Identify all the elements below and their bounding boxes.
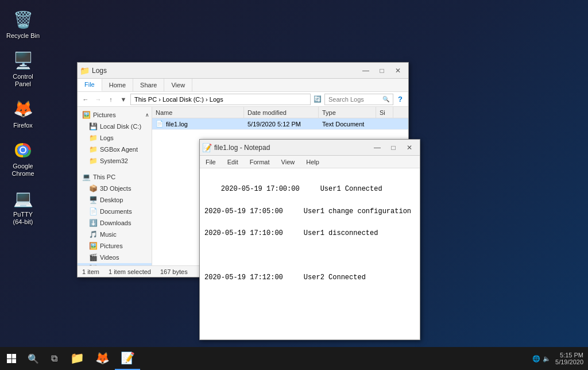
sidebar-item-3dobjects[interactable]: 📦 3D Objects [78,183,152,194]
task-view-icon: ⧉ [51,353,57,364]
help-button[interactable]: ? [394,94,406,105]
notepad-help-menu[interactable]: Help [300,156,325,168]
sidebar-item-sgbox[interactable]: 📁 SGBox Agent [78,144,152,155]
network-icon: 🌐 [532,355,540,363]
sidebar-item-logs[interactable]: 📁 Logs [78,132,152,144]
file-name-cell: 📄 file1.log [152,120,244,128]
control-panel-icon[interactable]: 🖥️ Control Panel [3,47,43,90]
task-view-button[interactable]: ⧉ [44,347,64,370]
taskbar-notepad[interactable]: 📝 [115,347,140,370]
start-button[interactable] [0,347,23,370]
sidebar-item-downloads[interactable]: ⬇️ Downloads [78,217,152,229]
explorer-window-controls: — □ ✕ [358,63,406,79]
file-modified-cell: 5/19/2020 5:12 PM [244,121,319,128]
pictures-icon: 🖼️ [82,111,91,119]
music-icon: 🎵 [89,230,98,238]
google-chrome-icon[interactable]: GoogleChrome [3,136,43,180]
type-column-header[interactable]: Type [319,107,376,118]
sidebar-item-pictures2[interactable]: 🖼️ Pictures [78,240,152,252]
notepad-window: 📝 file1.log - Notepad — □ ✕ File Edit Fo… [199,139,420,340]
recent-locations-button[interactable]: ▼ [118,94,129,105]
desktop-label: Desktop [100,196,123,203]
svg-point-2 [21,148,25,152]
sidebar-item-pictures[interactable]: 🖼️ Pictures ∧ [78,109,152,121]
notepad-taskbar-icon: 📝 [121,351,135,365]
name-column-header[interactable]: Name [152,107,244,118]
firefox-taskbar-icon: 🦊 [95,351,110,365]
sidebar-section-thispc: 💻 This PC 📦 3D Objects 🖥️ Desktop 📄 Docu… [78,169,152,265]
sidebar-item-music[interactable]: 🎵 Music [78,229,152,240]
notepad-line-3: 2020-05-19 17:10:00 User1 disconnected [204,229,378,237]
documents-icon: 📄 [89,207,98,215]
putty-icon[interactable]: 💻 PuTTY(64-bit) [3,184,43,228]
notepad-format-menu[interactable]: Format [244,156,276,168]
modified-column-header[interactable]: Date modified [244,107,319,118]
explorer-minimize-button[interactable]: — [358,63,374,79]
refresh-button[interactable]: 🔄 [312,94,323,105]
up-button[interactable]: ↑ [105,94,117,105]
notepad-close-button[interactable]: ✕ [401,140,417,156]
downloads-label: Downloads [100,219,131,226]
music-label: Music [100,231,117,238]
taskbar-firefox[interactable]: 🦊 [90,347,115,370]
control-panel-image: 🖥️ [11,49,34,72]
local-disk-icon: 💾 [89,122,98,130]
size-text: 167 bytes [160,268,188,275]
desktop-icons: 🗑️ Recycle Bin 🖥️ Control Panel 🦊 Firefo… [0,0,46,234]
chrome-image [11,138,34,161]
view-tab[interactable]: View [164,79,192,91]
notepad-content[interactable]: 2020-05-19 17:00:00 User1 Connected 2020… [200,168,420,340]
sidebar-item-system32[interactable]: 📁 System32 [78,155,152,167]
taskbar-file-explorer[interactable]: 📁 [64,347,90,370]
videos-icon: 🎬 [89,253,98,261]
file-explorer-taskbar-icon: 📁 [70,351,84,365]
notepad-maximize-button[interactable]: □ [385,140,401,156]
recycle-bin-icon[interactable]: 🗑️ Recycle Bin [3,6,43,42]
clock-date: 5/19/2020 [555,359,583,365]
taskbar-apps: 📁 🦊 📝 [64,347,532,370]
address-path[interactable]: This PC › Local Disk (C:) › Logs [130,94,311,105]
back-button[interactable]: ← [80,94,91,105]
explorer-title-text: Logs [92,67,358,75]
windows-logo-icon [7,354,16,363]
sidebar-item-documents[interactable]: 📄 Documents [78,206,152,217]
3dobjects-icon: 📦 [89,184,98,192]
sidebar-item-local-disk[interactable]: 💾 Local Disk (C:) [78,121,152,132]
sidebar-item-thispc[interactable]: 💻 This PC [78,171,152,183]
notepad-title-text: file1.log - Notepad [214,144,369,152]
notepad-view-menu[interactable]: View [276,156,301,168]
notepad-edit-menu[interactable]: Edit [222,156,244,168]
address-bar: ← → ↑ ▼ This PC › Local Disk (C:) › Logs… [78,92,408,107]
search-icon: 🔍 [382,96,389,102]
pictures-label: Pictures [93,111,116,118]
firefox-icon[interactable]: 🦊 Firefox [3,95,43,132]
file-row-file1[interactable]: 📄 file1.log 5/19/2020 5:12 PM Text Docum… [152,118,408,130]
item-count-text: 1 item [82,268,99,275]
search-input[interactable] [328,96,382,103]
logs-folder-icon: 📁 [89,134,98,142]
explorer-close-button[interactable]: ✕ [390,63,406,79]
share-tab[interactable]: Share [133,79,164,91]
thispc-label: This PC [93,174,115,180]
sgbox-icon: 📁 [89,145,98,153]
taskbar-clock[interactable]: 5:15 PM 5/19/2020 [555,352,588,365]
explorer-maximize-button[interactable]: □ [374,63,390,79]
system32-label: System32 [100,157,128,164]
taskbar: 🔍 ⧉ 📁 🦊 📝 🌐 🔈 5:15 PM 5/19/2020 [0,347,588,370]
sidebar-item-desktop[interactable]: 🖥️ Desktop [78,194,152,206]
search-box[interactable]: 🔍 [324,94,393,105]
notepad-minimize-button[interactable]: — [369,140,385,156]
home-tab[interactable]: Home [102,79,133,91]
forward-button[interactable]: → [92,94,104,105]
file-tab[interactable]: File [78,79,102,91]
sidebar-section-quick: 🖼️ Pictures ∧ 💾 Local Disk (C:) 📁 Logs 📁… [78,107,152,169]
notepad-menu: File Edit Format View Help [200,156,420,168]
firefox-image: 🦊 [11,98,34,121]
notepad-file-menu[interactable]: File [200,156,222,168]
chrome-label: GoogleChrome [11,163,34,178]
control-panel-label: Control Panel [5,73,41,88]
size-column-header[interactable]: Si [376,107,393,118]
documents-label: Documents [100,208,132,215]
sidebar-item-videos[interactable]: 🎬 Videos [78,252,152,263]
taskbar-search-button[interactable]: 🔍 [23,347,44,370]
